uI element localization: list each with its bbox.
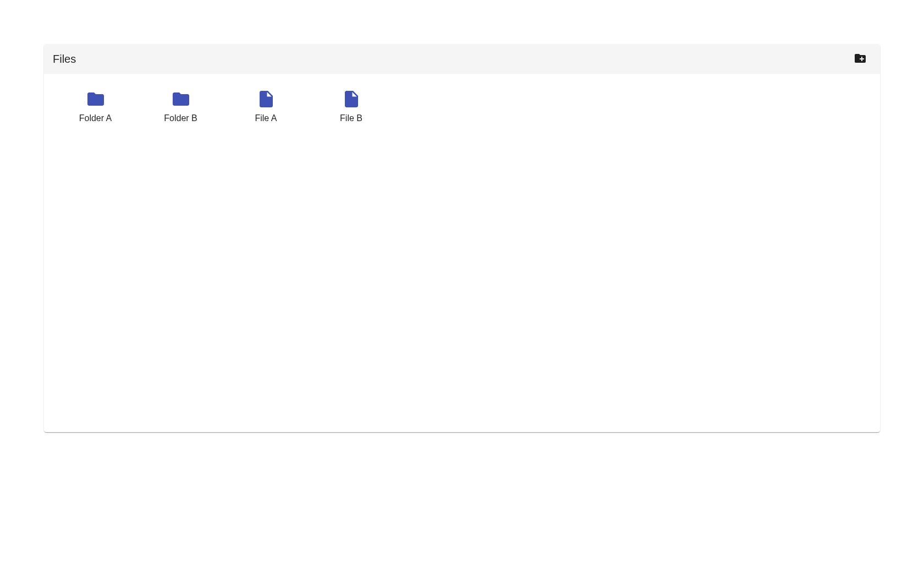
- file-icon: [256, 89, 276, 111]
- file-item[interactable]: File B: [309, 87, 394, 419]
- folder-item[interactable]: Folder A: [53, 87, 138, 419]
- item-label: Folder B: [164, 113, 197, 123]
- new-folder-button[interactable]: [849, 47, 871, 71]
- page-title: Files: [53, 53, 76, 66]
- files-card: Files Folder A Folder B File A: [44, 44, 880, 432]
- folder-icon: [171, 89, 191, 111]
- item-label: Folder A: [79, 113, 112, 123]
- item-label: File A: [255, 113, 277, 123]
- item-label: File B: [340, 113, 362, 123]
- file-item[interactable]: File A: [223, 87, 309, 419]
- folder-item[interactable]: Folder B: [138, 87, 223, 419]
- toolbar: Files: [44, 44, 880, 74]
- file-icon: [342, 89, 361, 111]
- create-new-folder-icon: [854, 52, 867, 67]
- file-grid: Folder A Folder B File A File B: [44, 74, 880, 432]
- folder-icon: [86, 89, 106, 111]
